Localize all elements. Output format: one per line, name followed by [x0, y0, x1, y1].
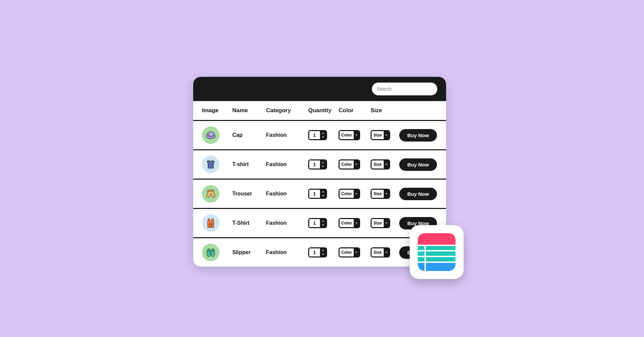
quantity-up[interactable]: [320, 131, 326, 135]
quantity-stepper[interactable]: 1: [308, 247, 327, 257]
svg-point-871: [474, 231, 475, 232]
quantity-stepper[interactable]: 1: [308, 218, 327, 228]
buy-button[interactable]: Buy Now: [399, 129, 437, 142]
quantity-down[interactable]: [320, 252, 326, 256]
svg-point-812: [450, 221, 451, 222]
table-row: T-Shirt Fashion 1 Color Size Bu: [193, 209, 446, 238]
svg-point-46: [199, 53, 200, 54]
svg-point-89: [212, 62, 213, 63]
size-select[interactable]: Size: [371, 218, 390, 228]
svg-point-761: [465, 212, 466, 213]
quantity-up[interactable]: [320, 219, 326, 223]
size-select-value: Size: [372, 248, 384, 256]
svg-point-253: [177, 92, 179, 94]
svg-point-1054: [399, 269, 400, 270]
svg-point-201: [177, 84, 178, 85]
color-select[interactable]: Color: [339, 130, 360, 140]
quantity-value: 1: [309, 219, 320, 227]
svg-point-424: [156, 124, 156, 124]
svg-point-1107: [404, 283, 404, 284]
svg-point-27: [191, 49, 191, 50]
product-thumb: [202, 126, 219, 144]
quantity-down[interactable]: [320, 194, 326, 198]
product-name: T-Shirt: [232, 220, 266, 226]
product-thumb: [202, 185, 219, 203]
svg-point-20: [222, 45, 222, 45]
quantity-up[interactable]: [320, 160, 326, 164]
svg-point-131: [199, 70, 200, 72]
svg-point-81: [177, 62, 178, 63]
svg-point-13: [191, 45, 192, 45]
svg-point-103: [177, 66, 178, 67]
svg-point-45: [195, 53, 196, 54]
svg-point-353: [160, 110, 161, 111]
size-select[interactable]: Size: [371, 247, 390, 257]
svg-point-254: [181, 92, 183, 94]
svg-point-1121: [418, 288, 418, 288]
svg-point-1049: [375, 269, 376, 270]
svg-point-357: [177, 110, 178, 111]
svg-point-445: [151, 128, 152, 128]
quantity-down[interactable]: [320, 164, 326, 168]
svg-point-278: [173, 97, 174, 98]
svg-point-73: [235, 58, 235, 59]
product-name: Trouser: [232, 191, 266, 197]
svg-point-473: [182, 132, 183, 133]
quantity-stepper[interactable]: 1: [308, 130, 327, 140]
svg-point-51: [221, 53, 222, 54]
svg-point-178: [190, 79, 192, 81]
svg-point-96: [243, 62, 244, 63]
svg-point-402: [160, 119, 160, 120]
quantity-value: 1: [309, 190, 320, 198]
color-select[interactable]: Color: [339, 189, 360, 199]
search-input[interactable]: [377, 86, 436, 92]
svg-point-1109: [413, 283, 414, 284]
quantity-stepper[interactable]: 1: [308, 189, 327, 199]
svg-point-12: [186, 45, 187, 45]
svg-point-69: [217, 58, 218, 59]
buy-button[interactable]: Buy Now: [399, 188, 437, 200]
svg-point-1105: [394, 283, 395, 284]
svg-point-428: [173, 123, 174, 124]
svg-point-28: [195, 49, 196, 50]
svg-point-169: [151, 80, 152, 81]
svg-point-681: [451, 198, 452, 199]
svg-point-54: [235, 54, 235, 54]
svg-point-9: [173, 45, 174, 45]
table-row: T-shirt Fashion 1 Color Size Bu: [193, 150, 446, 180]
svg-point-37: [160, 54, 160, 54]
svg-point-657: [451, 193, 451, 194]
svg-point-451: [177, 128, 178, 129]
quantity-up[interactable]: [320, 248, 326, 252]
size-select[interactable]: Size: [371, 159, 390, 170]
svg-point-100: [164, 66, 165, 67]
svg-point-790: [474, 217, 475, 217]
table-app-icon: [418, 233, 456, 271]
quantity-stepper[interactable]: 1: [308, 159, 327, 170]
color-select[interactable]: Color: [339, 247, 360, 257]
svg-point-1000: [465, 255, 466, 255]
svg-point-636: [456, 189, 456, 189]
svg-point-56: [160, 58, 161, 59]
color-select[interactable]: Color: [339, 218, 360, 228]
quantity-value: 1: [309, 248, 320, 256]
color-select[interactable]: Color: [339, 159, 360, 170]
svg-point-109: [204, 66, 205, 68]
search-field[interactable]: [372, 83, 437, 95]
svg-point-452: [182, 128, 183, 129]
quantity-up[interactable]: [320, 190, 326, 194]
quantity-down[interactable]: [320, 135, 326, 139]
quantity-down[interactable]: [320, 223, 326, 227]
svg-point-1110: [418, 283, 418, 284]
svg-point-65: [199, 58, 200, 59]
svg-point-380: [169, 115, 170, 116]
size-select[interactable]: Size: [371, 130, 390, 140]
buy-button[interactable]: Buy Now: [399, 158, 437, 171]
size-select[interactable]: Size: [371, 189, 390, 199]
svg-point-197: [160, 84, 161, 85]
svg-point-358: [181, 110, 183, 111]
svg-point-94: [235, 62, 235, 63]
svg-rect-1127: [418, 233, 456, 245]
svg-point-1120: [413, 288, 413, 288]
svg-point-90: [217, 62, 218, 63]
